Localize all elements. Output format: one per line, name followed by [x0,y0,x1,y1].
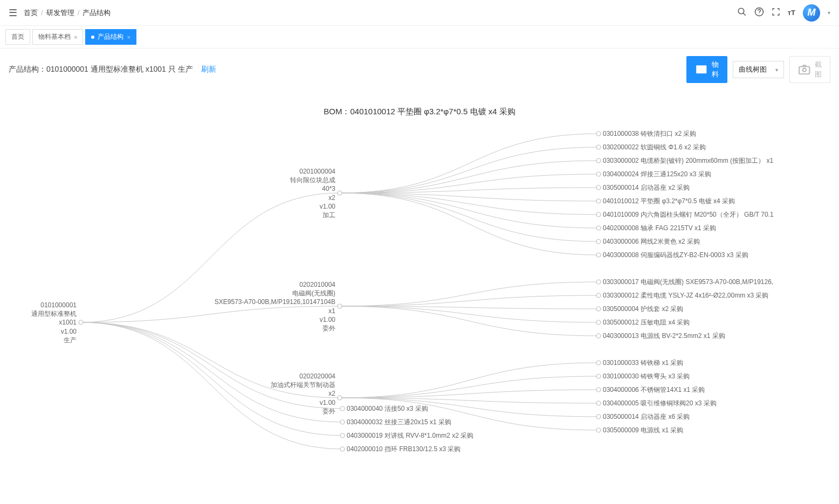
tree-leaf-label[interactable]: 0305000009 电源线 x1 采购 [603,426,683,435]
svg-point-16 [596,199,601,203]
svg-rect-4 [696,66,706,74]
tree-leaf-label[interactable]: 0303000012 柔性电缆 YSLY-JZ 4x16²-Ø22,00mm x… [603,291,768,300]
tree-leaf-label[interactable]: 0305000014 启动器座 x6 采购 [603,412,690,422]
tree-leaf-label[interactable]: 0301000038 铸铁清扫口 x2 采购 [603,129,696,139]
tab-product-structure[interactable]: 产品结构× [85,29,136,45]
camera-icon [797,63,812,77]
svg-point-35 [340,447,345,451]
tree-node-label[interactable]: 0201000004转向限位块总成40*3x2v1.00加工 [290,167,335,219]
tree-leaf-label[interactable]: 0304000040 活接50 x3 采购 [347,404,428,413]
tree-leaf-label[interactable]: 0403000013 电源线 BV-2*2.5mm2 x1 采购 [603,332,725,341]
breadcrumb-ps[interactable]: 产品结构 [82,8,111,18]
tab-label: 物料基本档 [38,32,71,42]
tree-node-label[interactable]: 0202010004电磁阀(无线圈)SXE9573-A70-00B,M/P191… [215,280,335,333]
header-right: тT M ▾ [737,4,830,22]
svg-line-1 [743,13,746,16]
svg-point-17 [596,212,601,217]
svg-point-8 [338,191,342,195]
select-value: 曲线树图 [739,65,767,74]
svg-point-23 [596,307,601,311]
svg-point-18 [596,226,601,230]
breadcrumb-rd[interactable]: 研发管理 [46,8,74,18]
tab-bar: 首页 物料基本档× 产品结构× [0,26,839,49]
page-title: 产品结构：0101000001 通用型标准整机 x1001 只 生产 刷新 [9,65,216,74]
material-icon [694,63,709,77]
tree-leaf-label[interactable]: 0402000010 挡环 FRB130/12.5 x3 采购 [347,445,460,454]
tree-leaf-label[interactable]: 0301000030 铸铁弯头 x3 采购 [603,372,690,381]
tree-leaf-label[interactable]: 0304000006 不锈钢管14X1 x1 采购 [603,385,705,395]
material-button[interactable]: 物料 [686,56,727,83]
svg-point-6 [803,68,806,72]
fontsize-icon[interactable]: тT [788,9,795,17]
help-icon[interactable] [754,7,764,19]
page-title-text: 0101000001 通用型标准整机 x1001 只 生产 [46,65,193,73]
tree-leaf-label[interactable]: 0303000017 电磁阀(无线圈) SXE9573-A70-00B,M/P1… [603,278,773,287]
tab-home[interactable]: 首页 [5,29,30,45]
user-menu-caret-icon[interactable]: ▾ [828,10,830,16]
svg-point-9 [338,304,342,308]
tree-node-label[interactable]: 0202020004加油式杆端关节制动器x2v1.00委外 [271,372,335,416]
svg-point-32 [340,406,345,411]
svg-point-10 [338,396,342,400]
tab-label: 产品结构 [98,32,123,42]
tree-leaf-label[interactable]: 0401010009 内六角圆柱头螺钉 M20*50（全牙） GB/T 70.1 [603,210,774,219]
active-dot-icon [91,36,94,39]
tree-leaf-label[interactable]: 0305000012 压敏电阻 x4 采购 [603,318,690,327]
svg-point-14 [596,172,601,176]
screenshot-button[interactable]: 截图 [789,56,830,83]
tree-node-label[interactable]: 0101000001通用型标准整机x1001v1.00生产 [31,301,77,344]
svg-point-25 [596,334,601,338]
svg-point-30 [596,415,601,419]
svg-point-29 [596,401,601,405]
breadcrumb-home[interactable]: 首页 [24,8,38,18]
close-icon[interactable]: × [127,34,130,40]
svg-point-22 [596,293,601,298]
svg-point-27 [596,374,601,378]
fullscreen-icon[interactable] [772,8,780,18]
svg-point-26 [596,361,601,365]
tree-leaf-label[interactable]: 0402000008 轴承 FAG 2215TV x1 采购 [603,224,716,233]
svg-point-33 [340,420,345,424]
tab-material[interactable]: 物料基本档× [32,29,83,45]
avatar[interactable]: M [803,4,820,22]
tree-leaf-label[interactable]: 0303000002 电缆桥架(镀锌) 200mmx60mm (按图加工） x1 [603,156,773,165]
chevron-down-icon: ▾ [775,67,778,73]
tree-leaf-label[interactable]: 0304000032 丝接三通20x15 x1 采购 [347,418,451,427]
svg-point-11 [596,132,601,136]
page-bar: 产品结构：0101000001 通用型标准整机 x1001 只 生产 刷新 物料… [0,49,839,91]
tree-leaf-label[interactable]: 0304000024 焊接三通125x20 x3 采购 [603,170,711,179]
page-actions: 物料 曲线树图 ▾ 截图 [686,56,830,83]
tree-leaf-label[interactable]: 0403000006 网线2米黄色 x2 采购 [603,237,700,246]
tree-leaf-label[interactable]: 0403000008 伺服编码器线ZY-B2-EN-0003 x3 采购 [603,251,748,260]
tree-leaf-label[interactable]: 0304000005 吸引维修铜球阀20 x3 采购 [603,399,717,408]
menu-toggle-icon[interactable]: ☰ [9,7,17,19]
button-label: 物料 [712,60,719,79]
app-header: ☰ 首页 / 研发管理 / 产品结构 тT M ▾ [0,0,839,26]
svg-point-0 [738,8,744,14]
svg-point-24 [596,320,601,325]
svg-point-31 [596,428,601,432]
tree-leaf-label[interactable]: 0305000004 护线套 x2 采购 [603,305,683,314]
search-icon[interactable] [737,7,747,19]
breadcrumb-sep: / [41,9,43,17]
close-icon[interactable]: × [74,34,77,40]
svg-point-34 [340,433,345,438]
svg-point-12 [596,145,601,149]
header-left: ☰ 首页 / 研发管理 / 产品结构 [9,7,111,19]
tab-label: 首页 [11,32,24,42]
view-type-select[interactable]: 曲线树图 ▾ [733,61,784,78]
tree-canvas[interactable]: BOM：0401010012 平垫圈 φ3.2*φ7*0.5 电镀 x4 采购 … [0,91,839,504]
svg-point-19 [596,239,601,244]
tree-leaf-label[interactable]: 0403000019 对讲线 RVV-8*1.0mm2 x2 采购 [347,431,473,440]
refresh-link[interactable]: 刷新 [201,65,216,73]
breadcrumb-sep: / [78,9,80,17]
svg-point-20 [596,253,601,257]
svg-point-15 [596,185,601,190]
tree-leaf-label[interactable]: 0305000014 启动器座 x2 采购 [603,183,690,192]
tree-leaf-label[interactable]: 0301000033 铸铁梯 x1 采购 [603,358,683,368]
svg-point-28 [596,388,601,392]
page-title-prefix: 产品结构： [9,65,46,73]
tree-leaf-label[interactable]: 0302000022 软圆铜线 Φ1.6 x2 采购 [603,143,706,152]
tree-leaf-label[interactable]: 0401010012 平垫圈 φ3.2*φ7*0.5 电镀 x4 采购 [603,197,735,206]
breadcrumb: 首页 / 研发管理 / 产品结构 [24,8,111,18]
